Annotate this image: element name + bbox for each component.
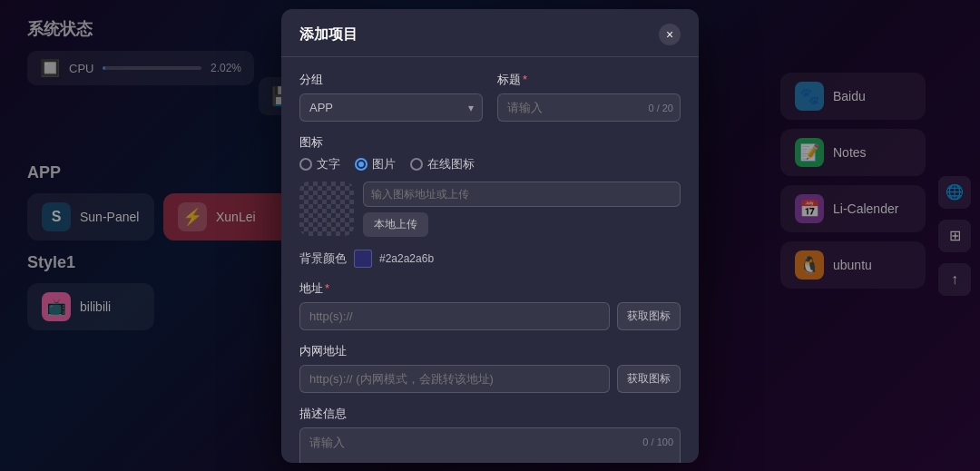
group-select-wrapper: APP Style1 <box>299 93 483 122</box>
radio-dot-text <box>299 158 312 171</box>
radio-text[interactable]: 文字 <box>299 156 340 172</box>
group-label: 分组 <box>299 72 483 88</box>
fetch-icon-button-2[interactable]: 获取图标 <box>617 365 681 393</box>
internal-label: 内网地址 <box>299 343 681 359</box>
desc-label: 描述信息 <box>299 406 681 422</box>
icon-upload-area: 本地上传 <box>299 182 681 237</box>
title-input-wrapper: 0 / 20 <box>497 93 681 122</box>
title-required: * <box>523 73 527 86</box>
modal-title: 添加项目 <box>299 25 358 44</box>
fetch-icon-button-1[interactable]: 获取图标 <box>617 302 681 330</box>
radio-dot-online <box>410 158 423 171</box>
radio-online[interactable]: 在线图标 <box>410 156 475 172</box>
address-required: * <box>325 281 329 295</box>
desc-textarea[interactable] <box>299 427 681 463</box>
modal-body: 分组 APP Style1 标题* 0 / 20 图 <box>281 57 699 463</box>
modal-close-button[interactable]: × <box>659 24 681 45</box>
icon-url-input[interactable] <box>363 182 681 207</box>
bg-color-label: 背景颜色 <box>299 250 347 267</box>
title-label: 标题* <box>497 72 681 88</box>
add-item-modal: 添加项目 × 分组 APP Style1 标题* 0 / <box>281 9 699 463</box>
radio-dot-image <box>355 158 368 171</box>
color-hex-value: #2a2a2a6b <box>379 252 434 265</box>
group-title-row: 分组 APP Style1 标题* 0 / 20 <box>299 72 681 122</box>
icon-label: 图标 <box>299 134 681 151</box>
radio-image-label: 图片 <box>372 156 396 172</box>
address-row: 地址* 获取图标 <box>299 280 681 330</box>
address-input[interactable] <box>299 302 610 330</box>
internal-input-row: 获取图标 <box>299 365 681 393</box>
icon-radio-group: 文字 图片 在线图标 <box>299 156 681 172</box>
address-input-row: 获取图标 <box>299 302 681 330</box>
icon-preview <box>299 182 354 236</box>
internal-address-row: 内网地址 获取图标 <box>299 343 681 393</box>
color-swatch[interactable] <box>354 250 372 268</box>
icon-upload-controls: 本地上传 <box>363 182 681 237</box>
address-label: 地址* <box>299 280 681 297</box>
radio-text-label: 文字 <box>317 156 340 172</box>
local-upload-button[interactable]: 本地上传 <box>363 212 428 237</box>
internal-input[interactable] <box>299 365 610 393</box>
radio-online-label: 在线图标 <box>427 156 475 172</box>
radio-image[interactable]: 图片 <box>355 156 396 172</box>
bg-color-row: 背景颜色 #2a2a2a6b <box>299 250 681 268</box>
group-field: 分组 APP Style1 <box>299 72 483 122</box>
icon-section: 图标 文字 图片 在线图标 本地上传 <box>299 134 681 237</box>
title-field: 标题* 0 / 20 <box>497 72 681 122</box>
desc-group: 描述信息 0 / 100 <box>299 406 681 463</box>
desc-wrapper: 0 / 100 <box>299 427 681 463</box>
group-select[interactable]: APP Style1 <box>299 93 483 122</box>
modal-header: 添加项目 × <box>281 9 699 57</box>
title-input[interactable] <box>497 93 681 122</box>
